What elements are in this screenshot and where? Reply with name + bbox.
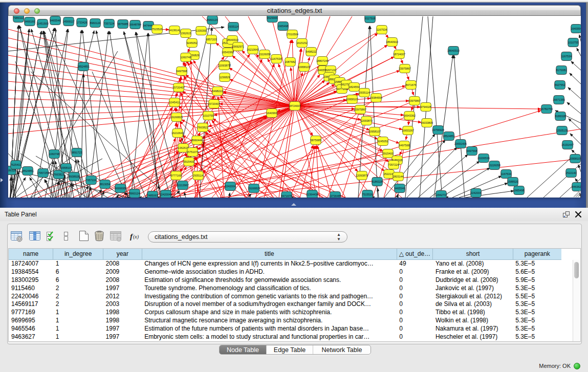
svg-text:7515526: 7515526 (152, 28, 163, 31)
svg-text:1824554: 1824554 (349, 85, 360, 89)
svg-text:1060748: 1060748 (181, 56, 191, 59)
svg-text:9794028: 9794028 (421, 105, 431, 108)
svg-text:15751074: 15751074 (186, 150, 199, 154)
svg-text:2242004: 2242004 (225, 185, 236, 188)
svg-text:1010755: 1010755 (203, 114, 214, 117)
svg-text:15692971: 15692971 (232, 45, 244, 48)
svg-text:1733426: 1733426 (77, 21, 88, 24)
svg-text:5875685: 5875685 (118, 23, 128, 26)
svg-text:13736485: 13736485 (329, 194, 341, 198)
svg-text:23975867: 23975867 (399, 67, 411, 70)
svg-text:9699695: 9699695 (115, 187, 126, 190)
svg-text:7485063: 7485063 (147, 194, 158, 197)
svg-text:18640910: 18640910 (386, 40, 398, 43)
svg-text:19166825: 19166825 (170, 116, 183, 119)
svg-text:2522140: 2522140 (566, 171, 577, 174)
svg-text:2935114: 2935114 (359, 91, 370, 94)
svg-text:9777169: 9777169 (171, 174, 182, 177)
svg-text:19166825: 19166825 (248, 187, 260, 190)
svg-text:12093873: 12093873 (356, 174, 368, 177)
svg-text:9891723: 9891723 (72, 151, 82, 154)
svg-text:8960124: 8960124 (90, 21, 101, 25)
svg-text:12093873: 12093873 (218, 64, 230, 67)
svg-text:19756928: 19756928 (432, 128, 444, 132)
svg-text:10958107: 10958107 (60, 166, 72, 169)
svg-text:12093873: 12093873 (360, 119, 373, 122)
svg-text:2935114: 2935114 (228, 25, 239, 28)
svg-text:8471676: 8471676 (281, 194, 292, 198)
svg-text:1965498: 1965498 (514, 189, 525, 192)
svg-text:13226058: 13226058 (258, 53, 271, 56)
svg-text:16782759: 16782759 (540, 107, 553, 111)
svg-text:1045411: 1045411 (169, 101, 180, 104)
svg-text:8990444: 8990444 (192, 139, 203, 142)
svg-text:20206536: 20206536 (477, 157, 490, 160)
svg-text:16543362: 16543362 (403, 114, 416, 117)
svg-text:7663822: 7663822 (198, 126, 208, 129)
svg-text:18807249: 18807249 (316, 59, 329, 62)
svg-text:1167534: 1167534 (377, 28, 387, 31)
svg-text:10653267: 10653267 (402, 129, 414, 132)
svg-text:1167534: 1167534 (501, 172, 512, 176)
svg-text:3915400: 3915400 (184, 160, 194, 163)
svg-text:21364436: 21364436 (306, 193, 318, 196)
svg-text:5498222: 5498222 (306, 50, 317, 53)
svg-text:7515526: 7515526 (362, 193, 373, 196)
svg-text:8170081: 8170081 (556, 69, 567, 72)
svg-text:16543362: 16543362 (222, 51, 234, 54)
svg-text:12213967: 12213967 (177, 184, 189, 187)
svg-text:14136141: 14136141 (168, 29, 181, 32)
svg-text:8960124: 8960124 (207, 18, 218, 21)
svg-text:9327508: 9327508 (365, 17, 376, 20)
svg-text:5875685: 5875685 (311, 139, 321, 142)
svg-text:18724007: 18724007 (289, 104, 301, 107)
svg-text:8427552: 8427552 (555, 83, 565, 86)
svg-text:6497568: 6497568 (177, 70, 187, 73)
svg-text:8471676: 8471676 (406, 83, 417, 86)
svg-text:1167534: 1167534 (271, 57, 282, 60)
svg-text:1156829: 1156829 (220, 76, 230, 79)
svg-text:(x): (x) (133, 234, 139, 240)
svg-text:20691406: 20691406 (454, 142, 467, 145)
svg-text:8960124: 8960124 (129, 192, 140, 195)
svg-text:11451900: 11451900 (36, 22, 49, 25)
svg-text:6857203: 6857203 (206, 38, 217, 41)
svg-text:8186328: 8186328 (372, 180, 383, 183)
svg-text:7663822: 7663822 (54, 173, 64, 176)
svg-text:2935114: 2935114 (193, 174, 204, 177)
svg-text:1335359: 1335359 (196, 29, 207, 32)
svg-text:9465546: 9465546 (50, 19, 61, 22)
svg-text:7357224: 7357224 (388, 163, 399, 166)
svg-text:16648784: 16648784 (129, 23, 141, 26)
svg-text:16671355: 16671355 (553, 98, 565, 101)
svg-text:17957255: 17957255 (37, 171, 49, 174)
svg-text:1615152: 1615152 (297, 41, 308, 45)
svg-text:1640993: 1640993 (267, 112, 277, 115)
svg-text:1167534: 1167534 (561, 55, 572, 58)
svg-text:18640910: 18640910 (226, 38, 238, 41)
svg-text:2803144: 2803144 (393, 175, 404, 178)
svg-text:9245052: 9245052 (378, 140, 388, 143)
svg-text:6497568: 6497568 (467, 149, 477, 152)
svg-text:12505135: 12505135 (556, 129, 568, 132)
svg-text:1060748: 1060748 (49, 152, 60, 156)
svg-text:23975867: 23975867 (408, 99, 421, 102)
svg-text:12942737: 12942737 (435, 193, 447, 196)
svg-text:18524851: 18524851 (443, 135, 455, 138)
svg-text:18640910: 18640910 (447, 49, 460, 52)
svg-text:8267130: 8267130 (325, 69, 336, 72)
svg-text:1010755: 1010755 (568, 41, 579, 44)
svg-text:23975867: 23975867 (354, 108, 366, 111)
svg-text:1588520: 1588520 (508, 180, 518, 183)
svg-text:5498222: 5498222 (212, 90, 223, 93)
svg-text:18524851: 18524851 (21, 169, 34, 172)
svg-text:6466160: 6466160 (25, 20, 35, 23)
svg-text:15720407: 15720407 (172, 86, 185, 89)
svg-text:10958107: 10958107 (368, 130, 381, 133)
svg-text:15720407: 15720407 (208, 102, 220, 105)
svg-text:9465546: 9465546 (395, 187, 405, 190)
svg-text:7625402: 7625402 (11, 163, 21, 166)
svg-text:7357224: 7357224 (86, 179, 97, 182)
svg-text:9245052: 9245052 (187, 41, 198, 45)
svg-text:6497568: 6497568 (399, 144, 410, 147)
